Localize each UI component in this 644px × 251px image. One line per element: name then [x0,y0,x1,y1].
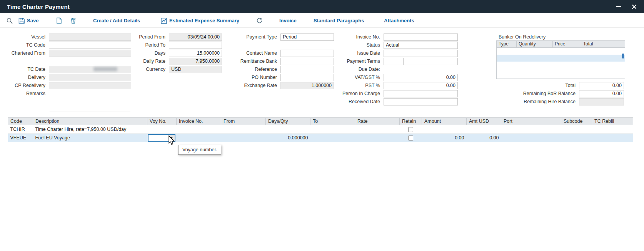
dropdown-button[interactable] [169,135,175,141]
cell-rate[interactable] [355,134,400,142]
payment-type-label: Payment Type [215,34,277,40]
delivery-input[interactable] [49,74,131,81]
chartered-from-label: Chartered From [0,50,45,56]
cell-description[interactable]: Time Charter Hire, rate=7,950.00 USD/day [33,125,147,134]
cell-port[interactable] [501,125,561,134]
close-icon [632,4,637,9]
vat-gst-input[interactable] [384,74,458,81]
standard-paragraphs-button[interactable]: Standard Paragraphs [314,15,364,26]
issue-date-input[interactable] [384,50,458,57]
minimize-button[interactable] [612,0,626,13]
cell-amt-usd[interactable]: 0.00 [467,134,501,142]
refresh-button[interactable] [256,15,263,26]
reference-label: Reference [215,67,277,72]
cp-redelivery-input[interactable] [49,82,131,89]
received-date-label: Received Date [308,99,380,104]
received-date-input[interactable] [384,98,458,105]
cell-port[interactable] [501,134,561,142]
delete-button[interactable] [70,15,76,26]
issue-date-field: Issue Date [308,49,458,57]
cell-amount[interactable]: 0.00 [422,134,467,142]
chevron-down-icon [170,137,173,139]
days-field: Days [115,49,222,57]
bunker-col-total: Total [581,41,625,47]
grid-row-vfeue[interactable]: VFEUE Fuel EU Voyage 0.000000 0.00 [8,134,633,142]
cp-redelivery-field: CP Redelivery [0,82,131,89]
person-in-charge-input[interactable] [384,90,458,97]
bunker-row[interactable] [497,48,625,55]
remarks-label: Remarks [0,90,45,96]
remarks-field: Remarks [0,90,131,97]
close-button[interactable] [627,0,641,13]
document-icon [56,17,62,24]
search-button[interactable] [6,15,13,26]
period-to-field: Period To [115,41,222,49]
tc-code-field: TC Code [0,41,131,49]
cell-amount[interactable] [422,125,467,134]
status-field: Status [308,41,458,49]
daily-rate-label: Daily Rate [115,59,165,64]
cp-redelivery-label: CP Redelivery [0,83,45,88]
retain-checkbox[interactable] [408,127,413,132]
payment-terms-desc-input[interactable] [403,58,458,65]
grid-row-tchir[interactable]: TCHIR Time Charter Hire, rate=7,950.00 U… [8,125,633,134]
retain-checkbox[interactable] [408,136,413,141]
cell-description[interactable]: Fuel EU Voyage [33,134,147,142]
cell-amt-usd[interactable] [467,125,501,134]
cell-subcode[interactable] [561,125,592,134]
save-button[interactable]: Save [18,15,38,26]
cell-invoice-no[interactable] [177,125,221,134]
pst-label: PST % [308,83,380,88]
period-from-field: Period From [115,33,222,41]
cell-tc-rebill[interactable] [592,125,633,134]
invoice-label: Invoice [279,18,297,23]
voy-no-dropdown[interactable] [148,134,175,142]
cell-voy-no[interactable] [147,125,177,134]
cell-code[interactable]: VFEUE [8,134,33,142]
col-header-rate: Rate [355,118,400,125]
remaining-bor-balance-input[interactable] [579,90,624,97]
remaining-bor-balance-label: Remaining BoR Balance [462,91,576,96]
invoice-button[interactable]: Invoice [279,15,297,26]
cell-to[interactable] [310,125,355,134]
bunker-row-selected[interactable] [497,55,625,62]
status-input[interactable] [384,42,458,49]
cell-days-qty[interactable]: 0.000000 [266,134,310,142]
cell-from[interactable] [221,125,266,134]
bunker-table-header: Type Quantity Price Total [497,41,625,48]
issue-date-label: Issue Date [308,50,380,56]
col-header-code: Code [8,118,33,125]
received-date-field: Received Date [308,98,458,105]
estimated-expense-summary-button[interactable]: Estimated Expense Summary [161,15,239,26]
scrollbar-thumb[interactable] [622,54,624,59]
remaining-hire-balance-input[interactable] [579,98,624,105]
col-header-amt-usd: Amt USD [467,118,501,125]
currency-label: Currency [115,67,165,72]
invoice-no-input[interactable] [384,33,458,41]
person-in-charge-label: Person In Charge [308,91,380,96]
currency-input[interactable] [169,66,222,73]
days-input[interactable] [169,50,222,57]
vessel-label: Vessel [0,34,45,40]
copy-button[interactable] [56,15,62,26]
create-add-details-button[interactable]: Create / Add Details [93,15,140,26]
cell-to[interactable] [310,134,355,142]
time-charter-payment-window: Time Charter Payment Save [0,0,644,251]
daily-rate-input[interactable] [169,58,222,65]
bunker-total-input[interactable] [579,82,624,89]
attachments-button[interactable]: Attachments [384,15,414,26]
cell-tc-rebill[interactable] [592,134,633,142]
pst-input[interactable] [384,82,458,89]
remarks-input[interactable] [49,90,131,112]
payment-terms-code-input[interactable] [384,58,404,65]
cell-invoice-no[interactable] [177,134,221,142]
bunker-table[interactable]: Type Quantity Price Total [496,40,625,79]
cell-code[interactable]: TCHIR [8,125,33,134]
period-to-input[interactable] [169,42,222,49]
cell-from[interactable] [221,134,266,142]
col-header-tc-rebill: TC Rebill [592,118,633,125]
cell-days-qty[interactable] [266,125,310,134]
period-from-input[interactable] [169,33,222,41]
cell-rate[interactable] [355,125,400,134]
cell-subcode[interactable] [561,134,592,142]
